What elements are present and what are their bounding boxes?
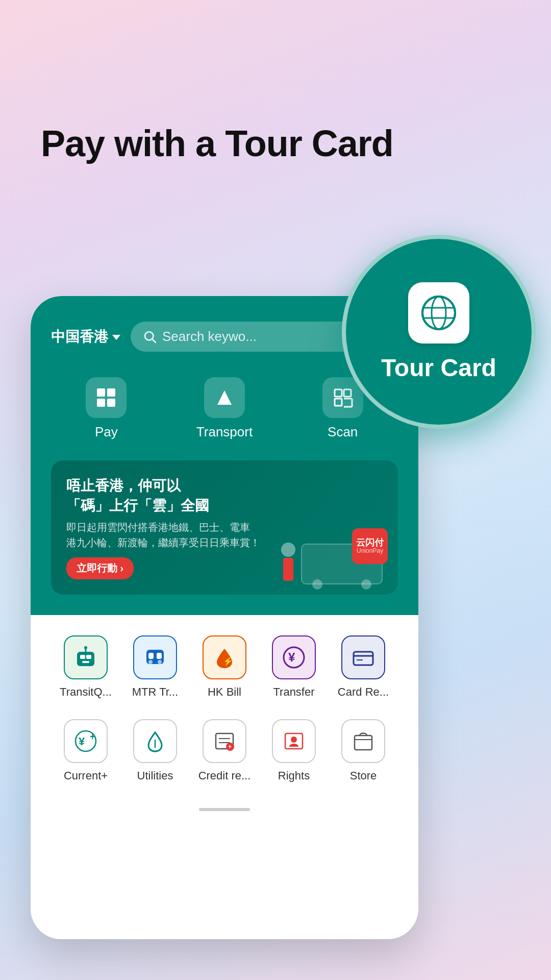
grid-row-1: TransitQ... MTR Tr... xyxy=(51,635,398,699)
grid-row-2: ¥ + Current+ Utilities xyxy=(51,719,398,782)
phone-container: 中国香港 Search keywo... xyxy=(31,296,418,939)
svg-rect-9 xyxy=(97,399,105,407)
svg-text:+: + xyxy=(90,731,95,742)
rights-label: Rights xyxy=(278,769,310,782)
pay-icon-box xyxy=(86,377,127,418)
svg-text:⚡: ⚡ xyxy=(223,656,233,666)
svg-point-28 xyxy=(158,660,162,664)
svg-rect-10 xyxy=(107,399,115,407)
svg-point-23 xyxy=(84,646,87,649)
card-icon xyxy=(350,645,376,670)
transfer-icon: ¥ xyxy=(272,635,316,679)
card-re-icon xyxy=(341,635,385,679)
svg-rect-32 xyxy=(354,652,373,665)
svg-line-6 xyxy=(153,339,156,342)
svg-rect-12 xyxy=(335,389,342,397)
region-selector[interactable]: 中国香港 xyxy=(51,327,120,347)
grid-item-credit-re[interactable]: + Credit re... xyxy=(194,719,255,782)
svg-rect-8 xyxy=(107,388,115,397)
svg-text:¥: ¥ xyxy=(79,735,85,748)
page-title: Pay with a Tour Card xyxy=(41,122,393,165)
chevron-down-icon xyxy=(112,335,120,340)
water-drop-icon: ⚡ xyxy=(212,645,237,670)
grid-item-mtr-tr[interactable]: MTR Tr... xyxy=(124,635,186,699)
search-icon xyxy=(143,330,157,344)
scan-icon xyxy=(331,385,355,410)
utilities-svg xyxy=(142,728,168,754)
rights-icon xyxy=(272,719,316,763)
svg-text:¥: ¥ xyxy=(288,650,295,664)
current-plus-icon: ¥ + xyxy=(64,719,108,763)
svg-marker-11 xyxy=(217,390,232,405)
pay-icon xyxy=(94,385,118,410)
store-label: Store xyxy=(350,769,377,782)
banner-button[interactable]: 立即行動 › xyxy=(66,557,134,579)
grid-item-store[interactable]: Store xyxy=(333,719,394,782)
store-svg xyxy=(350,728,376,754)
hk-bill-label: HK Bill xyxy=(208,685,241,699)
current-plus-svg: ¥ + xyxy=(73,728,98,754)
current-plus-label: Current+ xyxy=(64,769,108,782)
grid-item-rights[interactable]: Rights xyxy=(263,719,324,782)
banner-text: 唔止香港，仲可以 「碼」上行「雲」全國 即日起用雲閃付搭香港地鐵、巴士、電車 港… xyxy=(66,476,383,579)
robot-icon xyxy=(73,645,98,670)
metro-icon xyxy=(142,645,168,670)
svg-rect-13 xyxy=(344,389,351,397)
pay-label: Pay xyxy=(95,424,118,440)
utilities-icon xyxy=(133,719,177,763)
grid-item-current-plus[interactable]: ¥ + Current+ xyxy=(55,719,116,782)
svg-rect-25 xyxy=(148,653,154,659)
grid-item-utilities[interactable]: Utilities xyxy=(124,719,186,782)
svg-rect-26 xyxy=(157,653,162,659)
grid-item-transit-q[interactable]: TransitQ... xyxy=(55,635,116,699)
svg-rect-21 xyxy=(82,661,89,663)
app-bottom: TransitQ... MTR Tr... xyxy=(31,615,418,826)
transport-icon-box xyxy=(204,377,245,418)
credit-re-label: Credit re... xyxy=(198,769,251,782)
store-icon xyxy=(341,719,385,763)
action-pay[interactable]: Pay xyxy=(86,377,127,440)
svg-point-4 xyxy=(422,297,455,329)
banner-section: 唔止香港，仲可以 「碼」上行「雲」全國 即日起用雲閃付搭香港地鐵、巴士、電車 港… xyxy=(31,460,418,615)
transfer-yuan-icon: ¥ xyxy=(281,645,307,670)
scan-label: Scan xyxy=(328,424,358,440)
transit-q-icon xyxy=(64,635,108,679)
credit-re-icon: + xyxy=(203,719,246,763)
transfer-label: Transfer xyxy=(273,685,314,699)
svg-rect-46 xyxy=(355,736,372,750)
card-re-label: Card Re... xyxy=(338,685,389,699)
action-transport[interactable]: Transport xyxy=(196,377,253,440)
svg-rect-18 xyxy=(77,652,94,666)
mtr-icon xyxy=(133,635,177,679)
home-indicator-area xyxy=(51,803,398,811)
grid-item-hk-bill[interactable]: ⚡ HK Bill xyxy=(194,635,255,699)
svg-rect-14 xyxy=(335,399,342,406)
tour-card-label: Tour Card xyxy=(381,354,496,382)
svg-rect-20 xyxy=(86,655,91,659)
banner-inner[interactable]: 唔止香港，仲可以 「碼」上行「雲」全國 即日起用雲閃付搭香港地鐵、巴士、電車 港… xyxy=(51,460,398,595)
hk-bill-icon: ⚡ xyxy=(203,635,246,679)
home-indicator xyxy=(199,808,250,811)
mtr-tr-label: MTR Tr... xyxy=(132,685,178,699)
tour-card-bubble[interactable]: Tour Card xyxy=(342,235,536,429)
utilities-label: Utilities xyxy=(137,769,173,782)
svg-point-5 xyxy=(145,332,153,340)
credit-svg: + xyxy=(212,728,237,754)
tour-card-app-icon xyxy=(408,282,469,344)
search-placeholder: Search keywo... xyxy=(162,329,257,345)
globe-icon xyxy=(418,292,459,333)
action-scan[interactable]: Scan xyxy=(322,377,363,440)
rights-svg xyxy=(281,728,307,754)
svg-rect-19 xyxy=(80,655,85,659)
transport-label: Transport xyxy=(196,424,253,440)
grid-item-transfer[interactable]: ¥ Transfer xyxy=(263,635,324,699)
svg-text:+: + xyxy=(228,743,232,750)
transport-icon xyxy=(212,385,237,410)
banner-subtitle: 即日起用雲閃付搭香港地鐵、巴士、電車 港九小輪、新渡輪，繼續享受日日乘車賞！ xyxy=(66,520,383,550)
svg-point-27 xyxy=(148,660,153,664)
region-text: 中国香港 xyxy=(51,327,108,347)
svg-rect-7 xyxy=(97,388,105,397)
svg-point-1 xyxy=(432,297,446,329)
grid-item-card-re[interactable]: Card Re... xyxy=(333,635,394,699)
banner-title: 唔止香港，仲可以 「碼」上行「雲」全國 xyxy=(66,476,383,516)
